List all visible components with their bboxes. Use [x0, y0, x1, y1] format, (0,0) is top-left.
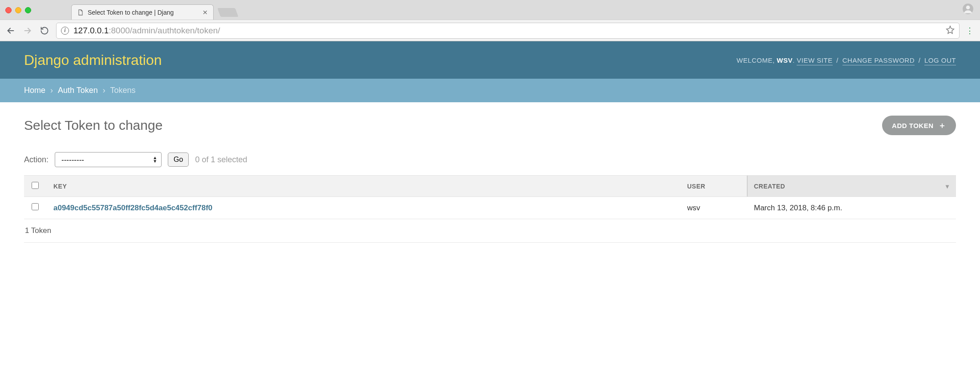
- admin-header: Django administration WELCOME, WSV. VIEW…: [0, 41, 980, 79]
- table-row: a0949cd5c55787a50ff28fc5d4ae5c452cff78f0…: [24, 197, 956, 219]
- add-token-button[interactable]: ADD TOKEN ＋: [882, 116, 956, 135]
- row-checkbox[interactable]: [32, 203, 39, 210]
- select-all-header: [24, 176, 46, 197]
- action-label: Action:: [24, 155, 49, 164]
- dot-sep: .: [793, 56, 797, 64]
- back-button[interactable]: [5, 25, 16, 36]
- go-button[interactable]: Go: [168, 152, 189, 167]
- cell-user: wsv: [680, 197, 747, 219]
- link-sep: /: [916, 56, 923, 64]
- item-count: 1 Token: [25, 226, 51, 235]
- selection-count: 0 of 1 selected: [195, 155, 247, 164]
- bookmark-icon[interactable]: [946, 25, 955, 36]
- browser-chrome: Select Token to change | Djang ✕ i 127.0…: [0, 0, 980, 41]
- browser-menu-icon[interactable]: ⋮: [966, 26, 975, 36]
- action-select-wrap: --------- ▲▼: [55, 152, 162, 167]
- browser-tabbar: Select Token to change | Djang ✕: [0, 0, 980, 20]
- link-sep: /: [834, 56, 841, 64]
- site-title[interactable]: Django administration: [24, 52, 162, 68]
- welcome-label: WELCOME,: [737, 56, 777, 64]
- reload-button[interactable]: [39, 25, 50, 36]
- cell-key: a0949cd5c55787a50ff28fc5d4ae5c452cff78f0: [46, 197, 680, 219]
- col-created-label: CREATED: [754, 183, 785, 190]
- forward-button[interactable]: [22, 25, 33, 36]
- results-table: KEY USER CREATED ▾ a0949cd5c55787a50ff28…: [24, 175, 956, 219]
- breadcrumbs: Home › Auth Token › Tokens: [0, 79, 980, 102]
- page-icon: [77, 9, 84, 16]
- page-title: Select Token to change: [24, 118, 162, 133]
- profile-icon[interactable]: [962, 3, 974, 16]
- table-header-row: KEY USER CREATED ▾: [24, 176, 956, 197]
- plus-icon: ＋: [938, 120, 947, 131]
- view-site-link[interactable]: VIEW SITE: [797, 56, 832, 65]
- window-controls: [5, 7, 31, 13]
- close-window-icon[interactable]: [5, 7, 12, 13]
- content-header: Select Token to change ADD TOKEN ＋: [24, 116, 956, 135]
- add-token-label: ADD TOKEN: [892, 122, 933, 129]
- paginator: 1 Token: [24, 219, 956, 243]
- site-info-icon[interactable]: i: [61, 27, 69, 35]
- sort-desc-icon: ▾: [946, 183, 949, 190]
- url-path: :8000/admin/authtoken/token/: [109, 26, 220, 35]
- browser-tab[interactable]: Select Token to change | Djang ✕: [71, 4, 214, 20]
- col-created-header[interactable]: CREATED ▾: [747, 176, 956, 197]
- breadcrumb-app[interactable]: Auth Token: [58, 86, 98, 95]
- col-user-header[interactable]: USER: [680, 176, 747, 197]
- breadcrumb-home[interactable]: Home: [24, 86, 45, 95]
- actions-bar: Action: --------- ▲▼ Go 0 of 1 selected: [24, 152, 956, 167]
- select-all-checkbox[interactable]: [32, 182, 39, 189]
- user-links: WELCOME, WSV. VIEW SITE / CHANGE PASSWOR…: [737, 56, 956, 64]
- tab-title: Select Token to change | Djang: [88, 9, 199, 16]
- content: Select Token to change ADD TOKEN ＋ Actio…: [0, 102, 980, 256]
- breadcrumb-current: Tokens: [110, 86, 136, 95]
- breadcrumb-sep: ›: [50, 86, 53, 95]
- browser-toolbar: i 127.0.0.1:8000/admin/authtoken/token/ …: [0, 20, 980, 41]
- row-checkbox-cell: [24, 197, 46, 219]
- tab-close-icon[interactable]: ✕: [202, 9, 208, 16]
- col-key-header[interactable]: KEY: [46, 176, 680, 197]
- minimize-window-icon[interactable]: [15, 7, 21, 13]
- maximize-window-icon[interactable]: [25, 7, 31, 13]
- svg-point-1: [966, 5, 970, 9]
- token-key-link[interactable]: a0949cd5c55787a50ff28fc5d4ae5c452cff78f0: [53, 204, 212, 212]
- breadcrumb-sep: ›: [103, 86, 105, 95]
- username: WSV: [777, 56, 793, 64]
- url-host: 127.0.0.1: [73, 26, 109, 35]
- cell-created: March 13, 2018, 8:46 p.m.: [747, 197, 956, 219]
- address-bar[interactable]: i 127.0.0.1:8000/admin/authtoken/token/: [56, 23, 960, 39]
- change-password-link[interactable]: CHANGE PASSWORD: [842, 56, 915, 65]
- new-tab-button[interactable]: [217, 8, 238, 17]
- url-text: 127.0.0.1:8000/admin/authtoken/token/: [73, 26, 220, 36]
- action-select[interactable]: ---------: [55, 152, 162, 167]
- logout-link[interactable]: LOG OUT: [924, 56, 956, 65]
